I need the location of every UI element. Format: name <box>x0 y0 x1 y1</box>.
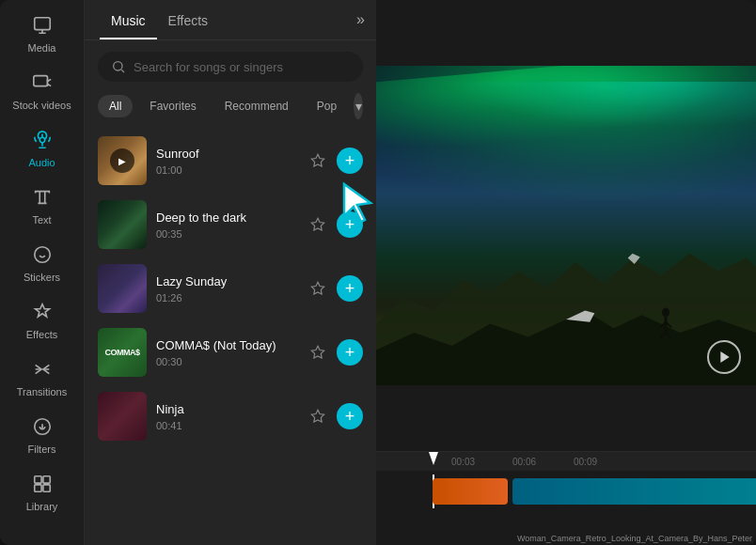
track-clip-teal[interactable] <box>512 478 756 505</box>
song-duration: 01:00 <box>156 164 295 176</box>
time-label-1: 00:03 <box>451 457 475 467</box>
time-label-3: 00:09 <box>574 457 597 467</box>
svg-rect-6 <box>42 476 49 483</box>
timeline-track <box>376 475 756 508</box>
timeline-playhead-head <box>429 452 438 465</box>
sidebar-item-transitions[interactable]: Transitions <box>5 351 80 405</box>
sidebar-label-media: Media <box>28 42 56 54</box>
sidebar-label-text: Text <box>32 214 51 226</box>
song-actions: + <box>305 211 363 238</box>
sidebar-label-filters: Filters <box>28 444 56 455</box>
svg-marker-13 <box>311 346 323 358</box>
commas-label: COMMA$ <box>105 348 140 357</box>
song-info: Ninja 00:41 <box>156 402 295 431</box>
search-icon <box>111 59 126 74</box>
filter-pop[interactable]: Pop <box>306 95 348 117</box>
favorite-button[interactable] <box>305 403 331 429</box>
sidebar-item-effects[interactable]: Effects <box>5 294 80 348</box>
svg-marker-10 <box>311 154 323 166</box>
song-thumb-lazy <box>98 264 147 313</box>
media-icon <box>32 15 53 39</box>
filter-recommend[interactable]: Recommend <box>213 95 300 117</box>
svg-marker-14 <box>311 410 323 422</box>
add-to-project-button[interactable]: + <box>337 339 363 366</box>
favorite-button[interactable] <box>305 275 331 302</box>
svg-point-16 <box>662 308 669 317</box>
tab-music[interactable]: Music <box>100 0 157 39</box>
preview-area <box>376 0 756 451</box>
aurora-scene <box>376 66 756 385</box>
song-duration: 01:26 <box>156 292 295 304</box>
search-input[interactable] <box>134 60 350 74</box>
song-duration: 00:41 <box>156 420 295 431</box>
svg-rect-8 <box>42 485 49 491</box>
song-play-button[interactable]: ▶ <box>110 148 134 173</box>
song-play-overlay <box>98 200 147 249</box>
search-bar <box>98 52 363 82</box>
song-title: Lazy Sunday <box>156 274 295 288</box>
song-thumb-sunroof: ▶ <box>98 136 147 185</box>
tab-effects[interactable]: Effects <box>157 0 220 39</box>
timeline-ruler: 00:03 00:06 00:09 <box>376 452 756 471</box>
favorite-button[interactable] <box>305 211 331 238</box>
song-actions: + <box>305 275 363 302</box>
sidebar-label-audio: Audio <box>28 157 55 168</box>
song-title: COMMA$ (Not Today) <box>156 338 295 352</box>
add-to-project-button[interactable]: + <box>337 275 363 302</box>
video-preview <box>376 66 756 385</box>
stickers-icon <box>32 244 53 268</box>
sidebar-item-library[interactable]: Library <box>5 466 80 520</box>
library-icon <box>32 474 53 497</box>
svg-marker-12 <box>311 282 323 294</box>
song-thumb-deep <box>98 200 147 249</box>
timeline: 00:03 00:06 00:09 Woman_Camera_Retro_Loo… <box>376 451 756 545</box>
sidebar-label-effects: Effects <box>26 329 57 340</box>
song-info: Sunroof 01:00 <box>156 147 295 176</box>
song-duration: 00:30 <box>156 356 295 367</box>
sidebar-label-stock-videos: Stock videos <box>12 100 71 111</box>
svg-point-3 <box>34 247 50 263</box>
add-to-project-button[interactable]: + <box>337 403 363 429</box>
tab-music-label: Music <box>111 13 146 28</box>
song-item[interactable]: ▶ Sunroof 01:00 + <box>85 129 376 193</box>
svg-marker-11 <box>311 218 323 230</box>
sidebar-label-stickers: Stickers <box>24 272 60 283</box>
sidebar-label-transitions: Transitions <box>17 386 67 397</box>
favorite-button[interactable] <box>305 339 331 366</box>
filter-all[interactable]: All <box>98 95 133 117</box>
song-info: Lazy Sunday 01:26 <box>156 274 295 304</box>
play-button[interactable] <box>707 340 741 374</box>
add-to-project-button[interactable]: + <box>337 148 363 174</box>
song-play-overlay[interactable]: ▶ <box>98 136 147 185</box>
svg-rect-7 <box>34 485 40 491</box>
filter-favorites[interactable]: Favorites <box>138 95 207 117</box>
svg-rect-5 <box>34 476 40 483</box>
song-thumb-commas: COMMA$ <box>98 328 147 377</box>
song-item[interactable]: Lazy Sunday 01:26 + <box>85 257 376 320</box>
panel-collapse-chevron[interactable]: » <box>356 11 365 28</box>
song-actions: + <box>305 403 363 429</box>
song-title: Ninja <box>156 402 295 416</box>
favorite-button[interactable] <box>305 148 331 174</box>
sidebar-item-audio[interactable]: Audio <box>5 122 80 176</box>
svg-point-2 <box>39 137 45 143</box>
svg-marker-22 <box>720 351 729 363</box>
add-to-project-button[interactable]: + <box>337 211 363 238</box>
audio-icon <box>32 130 53 153</box>
song-item[interactable]: Deep to the dark 00:35 + <box>85 193 376 257</box>
song-info: COMMA$ (Not Today) 00:30 <box>156 338 295 367</box>
sidebar-item-media[interactable]: Media <box>5 8 80 61</box>
svg-rect-1 <box>33 76 47 86</box>
song-item[interactable]: COMMA$ COMMA$ (Not Today) 00:30 + <box>85 320 376 384</box>
song-item[interactable]: Ninja 00:41 + <box>85 384 376 448</box>
track-clip-orange[interactable] <box>433 478 508 505</box>
sidebar-label-library: Library <box>26 501 58 512</box>
sidebar-item-filters[interactable]: Filters <box>5 409 80 462</box>
sidebar-item-text[interactable]: Text <box>5 179 80 233</box>
filter-more-button[interactable]: ▾ <box>354 93 363 119</box>
sidebar-item-stickers[interactable]: Stickers <box>5 237 80 290</box>
mountains-svg <box>376 210 756 385</box>
filter-chips: All Favorites Recommend Pop ▾ <box>85 93 376 129</box>
svg-rect-0 <box>34 18 50 30</box>
sidebar-item-stock-videos[interactable]: Stock videos <box>5 65 80 118</box>
